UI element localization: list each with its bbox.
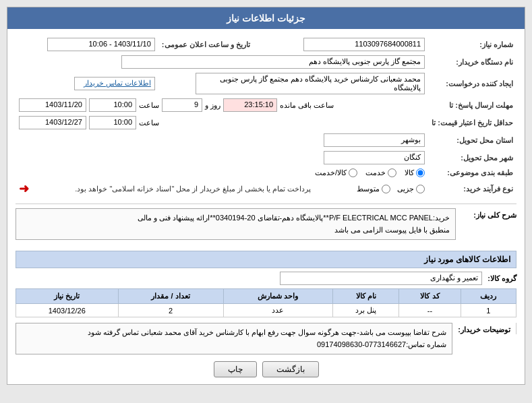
page-container: جزئیات اطلاعات نیاز شماره نیاز: 11030976… [7,7,525,385]
buttons-row: بازگشت چاپ [16,361,516,377]
need-number-value: 1103097684000811 [257,36,428,53]
items-table: ردیف کد کالا نام کالا واحد شمارش تعداد /… [16,288,516,317]
items-section-header: اطلاعات کالاهای مورد نیاز [16,251,516,268]
province-row: بوشهر [16,131,428,149]
table-cell-date: 1403/12/26 [16,304,119,317]
group-value: تعمیر و نگهداری [280,272,482,285]
table-row: 1--پنل بردعدد21403/12/26 [16,304,516,317]
response-time: 10:00 [89,98,136,112]
table-cell-row_num: 1 [461,304,516,317]
purchase-type-row: جزیی متوسط پرداخت تمام یا بخشی از مبلغ خ… [16,179,428,198]
col-code: کد کالا [399,289,461,304]
category-label: طبقه بندی موضوعی: [428,166,516,179]
day-value: 9 [162,98,202,112]
back-button[interactable]: بازگشت [262,361,319,377]
col-qty: تعداد / مقدار [118,289,223,304]
content-area: شماره نیاز: 1103097684000811 تاریخ و ساع… [7,29,525,384]
date-time-label: تاریخ و ساعت اعلان عمومی: [158,36,257,53]
purchase-note: پرداخت تمام یا بخشی از مبلغ خریدار از مح… [75,185,311,193]
group-row: گروه کالا: تعمیر و نگهداری [16,272,516,285]
creator-value: محمد شعبانی کارشناس خرید پالایشگاه دهم م… [158,71,428,96]
page-header: جزئیات اطلاعات نیاز [7,7,525,29]
day-label: روز و [205,101,220,110]
creator-field: محمد شعبانی کارشناس خرید پالایشگاه دهم م… [196,73,425,94]
purchase-type-jozii[interactable]: جزیی [397,185,425,193]
buyer-notes-line1: شرح تقاضا بپیوست می باشد-جهت هرگونه سوال… [22,327,446,339]
print-button[interactable]: چاپ [214,361,257,377]
table-cell-name: پنل برد [333,304,399,317]
divider-1 [16,204,516,204]
table-cell-quantity: 2 [118,304,223,317]
need-description-line2: منطبق با فایل پیوست الزامی می باشد [22,224,450,237]
items-table-header-row: ردیف کد کالا نام کالا واحد شمارش تعداد /… [16,289,516,304]
need-number-label: شماره نیاز: [428,36,516,53]
buyer-org-field: مجتمع گاز پارس جنوبی پالایشگاه دهم [121,55,425,69]
buyer-org-value: مجتمع گاز پارس جنوبی پالایشگاه دهم [16,53,428,71]
response-deadline-row: ساعت باقی مانده 23:15:10 روز و 9 ساعت 10… [16,96,428,114]
page-title: جزئیات اطلاعات نیاز [227,13,305,24]
buyer-notes-content: شرح تقاضا بپیوست می باشد-جهت هرگونه سوال… [16,323,452,354]
creator-label: ایجاد کننده درخواست: [428,71,516,96]
buyer-org-label: نام دستگاه خریدار: [428,53,516,71]
need-number-field: 1103097684000811 [303,38,425,51]
contact-info-link[interactable]: اطلاعات تماس خریدار [74,77,155,90]
buyer-notes-line2: شماره تماس:0773146627-09174098630 [22,339,446,351]
need-description-line1: خرید:P/F ELECTRICAL MCC PANEL**پالایشگاه… [22,212,450,224]
city-label: شهر محل تحویل: [428,149,516,166]
city-value: کنگان [324,151,425,164]
creator-contact: اطلاعات تماس خریدار [16,71,158,96]
remaining-label: ساعت باقی مانده [280,101,334,110]
col-date: تاریخ نیاز [16,289,119,304]
response-date: 1403/11/20 [19,98,86,112]
remaining-time: 23:15:10 [223,98,277,112]
red-arrow-icon: ➜ [19,181,29,196]
col-rownum: ردیف [461,289,516,304]
validity-time: 10:00 [89,116,136,129]
time-label-1: ساعت [139,101,159,110]
category-option-khedmat[interactable]: خدمت [365,168,396,177]
need-description-label: شرح کلی نیاز: [456,208,516,220]
validity-row: ساعت 10:00 1403/12/27 [16,114,428,131]
category-option-kala[interactable]: کالا [405,168,425,177]
province-label: استان محل تحویل: [428,131,516,149]
table-cell-code: -- [399,304,461,317]
main-info-table: شماره نیاز: 1103097684000811 تاریخ و ساع… [16,36,516,198]
city-row: کنگان [16,149,428,166]
validity-time-label: ساعت [139,119,159,127]
province-value: بوشهر [324,133,425,147]
validity-date: 1403/12/27 [19,116,86,129]
date-time-value: 1403/11/10 - 10:06 [16,36,158,53]
purchase-type-motavaset[interactable]: متوسط [357,185,390,193]
buyer-notes-label: توضیحات خریدار: [452,323,516,334]
purchase-type-label: نوع فرآیند خرید: [428,179,516,198]
date-time-field: 1403/11/10 - 10:06 [47,38,155,51]
validity-label: حداقل تاریخ اعتبار قیمت: تا [428,114,516,131]
need-description-content: خرید:P/F ELECTRICAL MCC PANEL**پالایشگاه… [16,208,456,240]
category-row: کالا خدمت کالا/خدمت [16,166,428,179]
group-label: گروه کالا: [487,274,516,283]
category-option-kala-khedmat[interactable]: کالا/خدمت [315,168,357,177]
need-description-section: شرح کلی نیاز: خرید:P/F ELECTRICAL MCC PA… [16,208,516,245]
col-unit: واحد شمارش [223,289,333,304]
buyer-notes-section: توضیحات خریدار: شرح تقاضا بپیوست می باشد… [16,323,516,354]
table-cell-unit: عدد [223,304,333,317]
response-deadline-label: مهلت ارسال پاسخ: تا [428,96,516,114]
col-name: نام کالا [333,289,399,304]
